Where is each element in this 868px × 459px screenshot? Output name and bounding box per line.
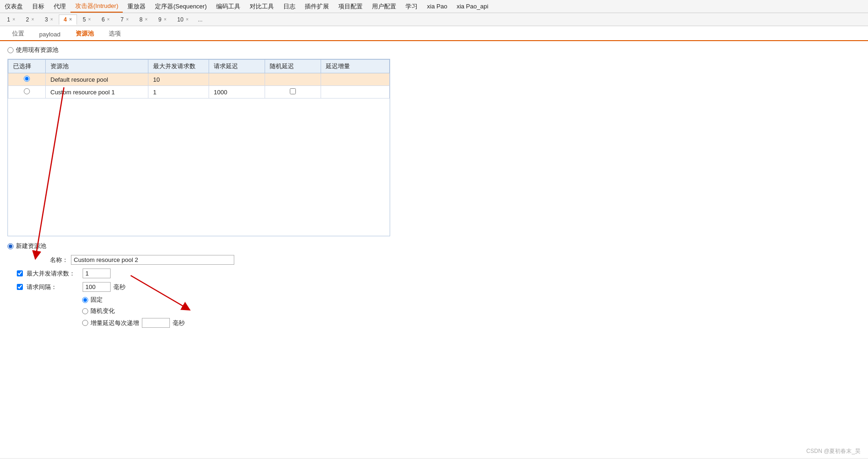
name-row: 名称： xyxy=(17,255,861,265)
tab-1-close[interactable]: × xyxy=(13,17,15,22)
menu-extensions[interactable]: 插件扩展 xyxy=(300,1,334,12)
menu-proxy[interactable]: 代理 xyxy=(49,1,70,12)
sub-tab-position[interactable]: 位置 xyxy=(5,27,32,41)
watermark: CSDN @夏初春末_昊 xyxy=(806,447,861,455)
menu-repeater[interactable]: 重放器 xyxy=(123,1,150,12)
menu-learn[interactable]: 学习 xyxy=(401,1,422,12)
th-request-delay: 请求延迟 xyxy=(209,60,265,73)
new-pool-radio-row[interactable]: 新建资源池 xyxy=(7,242,861,250)
name-label: 名称： xyxy=(17,256,68,264)
tab-bar: 1 × 2 × 3 × 4 × 5 × 6 × 7 × 8 × 9 × 10 ×… xyxy=(0,13,868,26)
max-concurrent-row: 最大并发请求数： xyxy=(17,268,861,278)
td-max-concurrent-1: 10 xyxy=(148,73,209,86)
tab-10[interactable]: 10 × xyxy=(172,14,194,25)
td-radio-1[interactable] xyxy=(8,73,46,86)
resource-pool-table-wrapper: 已选择 资源池 最大并发请求数 请求延迟 随机延迟 延迟增量 Default r… xyxy=(7,59,390,236)
request-interval-label: 请求间隔： xyxy=(27,283,83,291)
fixed-radio[interactable] xyxy=(82,297,88,303)
random-radio[interactable] xyxy=(82,308,88,314)
fixed-label: 固定 xyxy=(91,296,103,304)
menu-bar: 仪表盘 目标 代理 攻击器(Intruder) 重放器 定序器(Sequence… xyxy=(0,0,868,13)
max-concurrent-label: 最大并发请求数： xyxy=(27,269,83,278)
tab-5[interactable]: 5 × xyxy=(77,14,96,25)
new-pool-label: 新建资源池 xyxy=(16,242,46,250)
tab-4[interactable]: 4 × xyxy=(59,14,77,25)
increment-input[interactable] xyxy=(142,318,170,328)
tab-3-close[interactable]: × xyxy=(50,17,53,22)
resource-pool-table: 已选择 资源池 最大并发请求数 请求延迟 随机延迟 延迟增量 Default r… xyxy=(8,59,390,99)
pool-radio-1[interactable] xyxy=(24,76,30,82)
increment-label: 增量延迟每次递增 xyxy=(91,319,139,327)
menu-encoder[interactable]: 编码工具 xyxy=(211,1,245,12)
max-concurrent-checkbox[interactable] xyxy=(17,270,23,276)
td-pool-name-1: Default resource pool xyxy=(46,73,148,86)
td-request-delay-2: 1000 xyxy=(209,86,265,99)
svg-line-1 xyxy=(36,87,64,255)
th-max-concurrent: 最大并发请求数 xyxy=(148,60,209,73)
name-input[interactable] xyxy=(71,255,234,265)
td-pool-name-2: Custom resource pool 1 xyxy=(46,86,148,99)
menu-compare[interactable]: 对比工具 xyxy=(245,1,279,12)
tab-3[interactable]: 3 × xyxy=(40,14,58,25)
td-delay-increment-2 xyxy=(321,86,390,99)
tab-10-close[interactable]: × xyxy=(186,17,189,22)
tab-8[interactable]: 8 × xyxy=(134,14,153,25)
menu-target[interactable]: 目标 xyxy=(28,1,49,12)
th-delay-increment: 延迟增量 xyxy=(321,60,390,73)
tab-more[interactable]: ... xyxy=(194,15,206,24)
td-delay-increment-1 xyxy=(321,73,390,86)
sub-tab-resource-pool[interactable]: 资源池 xyxy=(68,27,101,41)
tab-9[interactable]: 9 × xyxy=(153,14,172,25)
tab-9-close[interactable]: × xyxy=(164,17,167,22)
tab-2-close[interactable]: × xyxy=(31,17,34,22)
tab-7[interactable]: 7 × xyxy=(115,14,134,25)
max-concurrent-input[interactable] xyxy=(83,268,111,278)
table-header-row: 已选择 资源池 最大并发请求数 请求延迟 随机延迟 延迟增量 xyxy=(8,60,390,73)
th-random-delay: 随机延迟 xyxy=(265,60,321,73)
tab-4-close[interactable]: × xyxy=(69,17,72,22)
tab-8-close[interactable]: × xyxy=(145,17,147,22)
menu-xia-pao-api[interactable]: xia Pao_api xyxy=(452,1,493,11)
tab-6[interactable]: 6 × xyxy=(97,14,115,25)
sub-tab-payload[interactable]: payload xyxy=(32,28,68,41)
tab-5-close[interactable]: × xyxy=(88,17,91,22)
random-label: 随机变化 xyxy=(91,307,115,315)
menu-dashboard[interactable]: 仪表盘 xyxy=(0,1,28,12)
tab-2[interactable]: 2 × xyxy=(21,14,40,25)
use-existing-pool-label: 使用现有资源池 xyxy=(16,46,58,54)
fixed-radio-row[interactable]: 固定 xyxy=(82,296,861,304)
th-selected: 已选择 xyxy=(8,60,46,73)
tab-6-close[interactable]: × xyxy=(107,17,110,22)
random-delay-checkbox-2[interactable] xyxy=(290,88,296,94)
random-radio-row[interactable]: 随机变化 xyxy=(82,307,861,315)
increment-radio-row[interactable]: 增量延迟每次递增 毫秒 xyxy=(82,318,861,328)
td-request-delay-1 xyxy=(209,73,265,86)
tab-1[interactable]: 1 × xyxy=(2,14,21,25)
new-pool-radio[interactable] xyxy=(7,243,14,249)
request-interval-row: 请求间隔： 毫秒 xyxy=(17,282,861,292)
menu-log[interactable]: 日志 xyxy=(279,1,300,12)
main-content: 使用现有资源池 已选择 资源池 最大并发请求数 请求延迟 随机延迟 延迟增量 xyxy=(0,41,868,458)
pool-radio-2[interactable] xyxy=(24,88,30,94)
request-interval-checkbox[interactable] xyxy=(17,284,23,290)
td-random-delay-2[interactable] xyxy=(265,86,321,99)
td-max-concurrent-2: 1 xyxy=(148,86,209,99)
menu-xia-pao[interactable]: xia Pao xyxy=(422,1,452,11)
use-existing-pool-row[interactable]: 使用现有资源池 xyxy=(7,46,861,54)
menu-intruder[interactable]: 攻击器(Intruder) xyxy=(70,0,123,13)
tab-7-close[interactable]: × xyxy=(126,17,129,22)
request-interval-unit: 毫秒 xyxy=(113,283,126,291)
menu-user-config[interactable]: 用户配置 xyxy=(367,1,401,12)
table-row[interactable]: Custom resource pool 1 1 1000 xyxy=(8,86,390,99)
sub-tab-bar: 位置 payload 资源池 选项 xyxy=(0,26,868,41)
td-radio-2[interactable] xyxy=(8,86,46,99)
request-interval-input[interactable] xyxy=(83,282,111,292)
use-existing-pool-radio[interactable] xyxy=(7,47,14,53)
menu-sequencer[interactable]: 定序器(Sequencer) xyxy=(150,1,211,12)
table-row[interactable]: Default resource pool 10 xyxy=(8,73,390,86)
increment-radio[interactable] xyxy=(82,320,88,326)
menu-project-config[interactable]: 项目配置 xyxy=(334,1,367,12)
th-pool: 资源池 xyxy=(46,60,148,73)
sub-tab-options[interactable]: 选项 xyxy=(101,27,128,41)
increment-unit: 毫秒 xyxy=(173,319,185,327)
